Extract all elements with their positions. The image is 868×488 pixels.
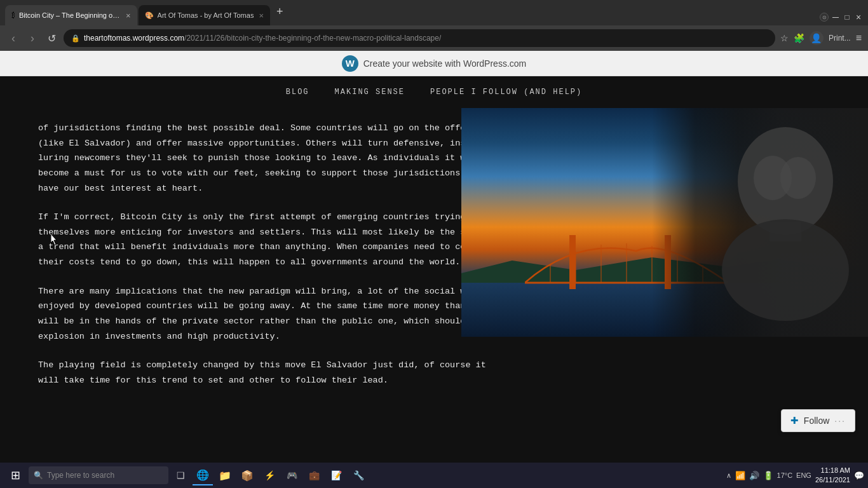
nav-people-follow[interactable]: PEOPLE I FOLLOW (AND HELP) [430, 88, 582, 97]
taskbar-icon-6[interactable]: 💼 [304, 465, 324, 485]
tab-bar: ₿ Bitcoin City – The Beginning of th × 🎨… [5, 0, 288, 25]
new-tab-button[interactable]: + [271, 5, 288, 18]
video-overlay[interactable] [461, 108, 868, 337]
site-nav: BLOG MAKING SENSE PEOPLE I FOLLOW (AND H… [0, 76, 868, 108]
tab-2-close[interactable]: × [259, 11, 264, 20]
tab-2[interactable]: 🎨 Art Of Tomas - by Art Of Tomas × [139, 5, 270, 25]
clock-display[interactable]: 11:18 AM 26/11/2021 [815, 466, 850, 485]
person-silhouette-svg [671, 124, 849, 321]
address-box[interactable]: 🔒 theartoftomas.wordpress.com/2021/11/26… [64, 29, 775, 47]
nav-blog[interactable]: BLOG [286, 88, 309, 97]
menu-icon[interactable]: ≡ [856, 32, 862, 44]
taskbar-files-icon[interactable]: 📁 [215, 465, 235, 485]
taskbar-browser-icon[interactable]: 🌐 [193, 465, 213, 485]
video-background [461, 108, 868, 337]
address-path: /2021/11/26/bitcoin-city-the-beginning-o… [184, 34, 441, 43]
back-button[interactable]: ‹ [6, 32, 20, 45]
svg-point-12 [780, 157, 816, 199]
wp-banner: W Create your website with WordPress.com [0, 51, 868, 76]
tray-lang[interactable]: ENG [796, 471, 811, 479]
maximize-button[interactable]: □ [843, 13, 851, 22]
person-figure [665, 121, 855, 324]
tray-temp: 17°C [777, 471, 793, 479]
address-domain: theartoftomas.wordpress.com [84, 34, 184, 43]
circle-indicator: ⊙ [820, 13, 829, 22]
person-overlay [652, 108, 868, 337]
follow-label: Follow [804, 416, 829, 426]
system-tray: ∧ 📶 🔊 🔋 17°C ENG 11:18 AM 26/11/2021 💬 [726, 466, 864, 485]
tray-wifi[interactable]: 📶 [735, 471, 745, 480]
bookmark-icon[interactable]: ☆ [780, 33, 789, 43]
forward-button[interactable]: › [25, 32, 39, 45]
browser-chrome: ₿ Bitcoin City – The Beginning of th × 🎨… [0, 0, 868, 25]
tray-icon-up[interactable]: ∧ [726, 471, 731, 480]
follow-dots: ··· [834, 416, 846, 426]
tab-1-label: Bitcoin City – The Beginning of th [19, 11, 121, 19]
extension-icon[interactable]: 🧩 [794, 33, 804, 43]
taskbar-icon-4[interactable]: ⚡ [259, 465, 280, 485]
follow-widget[interactable]: ✚ Follow ··· [781, 409, 855, 432]
taskbar-icon-7[interactable]: 📝 [326, 465, 346, 485]
taskbar-store-icon[interactable]: 📦 [237, 465, 257, 485]
clock-time: 11:18 AM [815, 466, 850, 475]
search-icon: 🔍 [34, 471, 43, 480]
tab-1-close[interactable]: × [126, 11, 131, 20]
taskbar: ⊞ 🔍 Type here to search ❑ 🌐 📁 📦 ⚡ 🎮 💼 📝 … [0, 463, 868, 488]
search-placeholder: Type here to search [47, 471, 114, 480]
minimize-button[interactable]: ─ [831, 13, 840, 22]
taskbar-search-box[interactable]: 🔍 Type here to search [29, 466, 168, 484]
profile-icon[interactable]: 👤 [810, 31, 824, 45]
article-paragraph-1: of jurisdictions finding the best possib… [38, 121, 508, 196]
tray-volume[interactable]: 🔊 [749, 471, 759, 480]
reload-button[interactable]: ↺ [44, 32, 58, 44]
clock-date: 26/11/2021 [815, 475, 850, 485]
task-view-button[interactable]: ❑ [170, 465, 191, 485]
tab-2-favicon: 🎨 [145, 11, 154, 20]
close-button[interactable]: × [854, 13, 863, 22]
tab-2-label: Art Of Tomas - by Art Of Tomas [158, 11, 254, 19]
tray-notification[interactable]: 💬 [854, 471, 864, 480]
article-paragraph-2: If I'm correct, Bitcoin City is only the… [38, 210, 508, 270]
article-paragraph-3: There are many implications that the new… [38, 284, 508, 344]
tab-1[interactable]: ₿ Bitcoin City – The Beginning of th × [5, 5, 137, 25]
address-text: theartoftomas.wordpress.com/2021/11/26/b… [84, 34, 441, 43]
svg-point-10 [722, 219, 849, 321]
article-paragraph-4: The playing field is completely changed … [38, 358, 508, 388]
follow-icon: ✚ [790, 415, 799, 426]
taskbar-icon-8[interactable]: 🔧 [348, 465, 369, 485]
wp-banner-text: Create your website with WordPress.com [363, 58, 527, 69]
start-button[interactable]: ⊞ [4, 464, 27, 487]
print-label: Print... [829, 34, 851, 43]
wp-logo: W [342, 55, 358, 72]
tab-1-favicon: ₿ [11, 11, 15, 19]
tray-battery[interactable]: 🔋 [763, 471, 773, 480]
taskbar-icon-5[interactable]: 🎮 [281, 465, 302, 485]
main-content: of jurisdictions finding the best possib… [0, 108, 868, 463]
address-bar-row: ‹ › ↺ 🔒 theartoftomas.wordpress.com/2021… [0, 25, 868, 51]
nav-making-sense[interactable]: MAKING SENSE [335, 88, 405, 97]
lock-icon: 🔒 [71, 34, 80, 43]
